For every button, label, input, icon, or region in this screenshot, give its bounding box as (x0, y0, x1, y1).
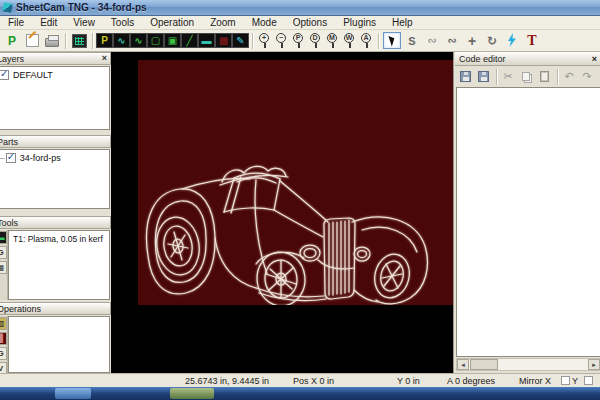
run-post-processor-icon[interactable]: P (3, 32, 21, 49)
refresh-operations-icon[interactable]: G (0, 347, 7, 360)
tools-side-toolbar: ▬ G ▦ (0, 230, 8, 300)
pos-x-readout: Pos X 0 in (293, 376, 334, 386)
show-machine-icon[interactable]: ▣ (164, 33, 181, 48)
undo-icon[interactable]: ↶ (561, 69, 577, 84)
tools-list: T1: Plasma, 0.05 in kerf (8, 230, 110, 300)
select-mode-icon[interactable] (383, 32, 401, 49)
app-icon (2, 2, 12, 12)
machine-setup-icon[interactable] (70, 32, 88, 49)
rotate-part-icon[interactable]: ↻ (483, 32, 501, 49)
parts-panel-header: Parts (0, 135, 111, 148)
menu-mode[interactable]: Mode (244, 17, 285, 28)
move-part-icon[interactable]: + (463, 32, 481, 49)
angle-readout: A 0 degrees (447, 376, 495, 386)
layers-panel-header: Layers × (0, 52, 111, 65)
code-editor-hscrollbar[interactable]: ◂ ▸ (456, 358, 600, 371)
work-canvas[interactable] (111, 52, 453, 373)
scroll-thumb[interactable] (470, 359, 498, 370)
paste-icon[interactable] (536, 69, 552, 84)
reverse-path-icon[interactable]: ∾ (443, 32, 461, 49)
scroll-left-icon[interactable]: ◂ (457, 359, 469, 370)
main-toolbar: P P ∿ ∿ ▢ ▣ ╱ ▬ ▩ ✎ + − P D M W A S ∾ ∾ … (0, 30, 600, 52)
zoom-in-icon[interactable]: + (257, 32, 272, 49)
code-editor-header: Code editor × (455, 52, 600, 66)
layer-checkbox[interactable] (0, 70, 9, 80)
tool-table-icon[interactable]: ▦ (0, 261, 7, 274)
redo-icon[interactable]: ↷ (579, 69, 595, 84)
tools-panel-header: Tools (0, 216, 111, 229)
code-editor-toolbar: ✂ ↶ ↷ (455, 67, 600, 86)
measure-icon[interactable] (503, 32, 521, 49)
contour-icon[interactable]: ∾ (423, 32, 441, 49)
menu-file[interactable]: File (0, 17, 32, 28)
operations-panel-header: Operations (0, 302, 111, 315)
save-as-icon[interactable] (475, 69, 491, 84)
show-toolpath-icon[interactable]: ∿ (113, 33, 130, 48)
cursor-position-readout: 25.6743 in, 9.4445 in (185, 376, 269, 386)
pos-y-readout: Y 0 in (397, 376, 420, 386)
pen-probe-icon[interactable]: ✎ (232, 33, 249, 48)
new-tool-icon[interactable]: ▬ (0, 231, 7, 244)
status-bar: 25.6743 in, 9.4445 in Pos X 0 in Y 0 in … (0, 373, 600, 387)
mirror-x-checkbox[interactable] (561, 376, 570, 385)
zoom-drawing-icon[interactable]: D (308, 32, 323, 49)
layer-item-default[interactable]: DEFAULT (0, 67, 109, 80)
scroll-right-icon[interactable]: ▸ (588, 359, 600, 370)
tool-item-t1-plasma[interactable]: T1: Plasma, 0.05 in kerf (9, 231, 109, 244)
code-editor-textarea[interactable] (456, 87, 600, 357)
operations-side-toolbar: ▨ ▉ G V (0, 316, 8, 373)
show-cut-sim-icon[interactable]: ▩ (215, 33, 232, 48)
show-table-icon[interactable]: ▬ (198, 33, 215, 48)
layers-list: DEFAULT (0, 66, 110, 130)
menu-operation[interactable]: Operation (142, 17, 202, 28)
menu-tools[interactable]: Tools (103, 17, 142, 28)
menu-help[interactable]: Help (384, 17, 421, 28)
title-bar: SheetCam TNG - 34-ford-ps (0, 0, 600, 16)
zoom-all-icon[interactable]: A (359, 32, 374, 49)
car-drawing (138, 60, 453, 305)
print-icon[interactable] (43, 32, 61, 49)
code-editor-close-icon[interactable]: × (592, 54, 597, 64)
set-start-point-icon[interactable]: S (403, 32, 421, 49)
menu-edit[interactable]: Edit (32, 17, 65, 28)
part-item-34-ford-ps[interactable]: ─34-ford-ps (0, 150, 109, 163)
layers-close-icon[interactable]: × (102, 54, 107, 63)
left-panel-column: Layers × DEFAULT Parts ─34-ford-ps Tools… (0, 52, 111, 373)
new-operation-icon[interactable]: ▨ (0, 317, 7, 330)
save-icon[interactable] (457, 69, 473, 84)
menu-options[interactable]: Options (285, 17, 335, 28)
part-checkbox[interactable] (6, 153, 16, 163)
parts-list: ─34-ford-ps (0, 149, 110, 209)
mirror-x-label: Mirror X (519, 376, 551, 386)
operations-list[interactable] (8, 316, 110, 373)
edit-post-icon[interactable] (23, 32, 41, 49)
taskbar-button[interactable] (170, 388, 214, 399)
show-material-icon[interactable]: ▢ (147, 33, 164, 48)
text-tool-icon[interactable]: T (523, 32, 541, 49)
menu-view[interactable]: View (65, 17, 103, 28)
menu-plugins[interactable]: Plugins (335, 17, 384, 28)
mirror-y-label: Y (572, 376, 578, 386)
show-rapids-icon[interactable]: ╱ (181, 33, 198, 48)
zoom-window-icon[interactable]: W (342, 32, 357, 49)
show-path-nodes-icon[interactable]: ∿ (130, 33, 147, 48)
cut-icon[interactable]: ✂ (500, 69, 516, 84)
code-editor-panel: Code editor × ✂ ↶ ↷ ◂ ▸ (453, 52, 600, 373)
windows-taskbar[interactable] (0, 387, 600, 400)
zoom-part-icon[interactable]: P (291, 32, 306, 49)
menu-zoom[interactable]: Zoom (202, 17, 244, 28)
menu-bar: File Edit View Tools Operation Zoom Mode… (0, 16, 600, 30)
zoom-out-icon[interactable]: − (274, 32, 289, 49)
window-title: SheetCam TNG - 34-ford-ps (16, 2, 147, 13)
delete-operation-icon[interactable]: ▉ (0, 332, 7, 345)
material-area[interactable] (138, 60, 453, 305)
copy-icon[interactable] (518, 69, 534, 84)
mirror-y-checkbox[interactable] (584, 376, 593, 385)
taskbar-button[interactable] (55, 388, 91, 399)
show-parts-icon[interactable]: P (96, 33, 113, 48)
reload-tools-icon[interactable]: G (0, 246, 7, 259)
zoom-machine-icon[interactable]: M (325, 32, 340, 49)
